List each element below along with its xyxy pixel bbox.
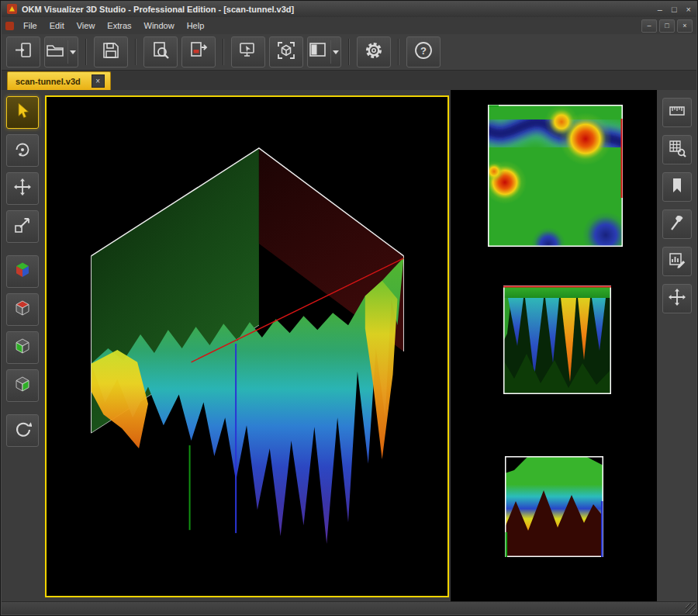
menu-view[interactable]: View (71, 19, 102, 33)
pdf-export-icon (188, 40, 209, 64)
title-bar[interactable]: OKM Visualizer 3D Studio - Professional … (1, 1, 697, 17)
svg-text:?: ? (420, 45, 427, 57)
front-profile-view[interactable] (505, 456, 603, 557)
window-layout-button[interactable] (307, 36, 341, 67)
resize-icon (13, 216, 32, 237)
tab-close-button[interactable]: × (92, 74, 105, 88)
mdi-close-button[interactable]: × (677, 19, 693, 33)
side-view-front-button[interactable] (6, 369, 39, 402)
pan-tool-button[interactable] (6, 172, 39, 205)
save-file-button[interactable] (94, 36, 128, 67)
menu-bar: File Edit View Extras Window Help – □ × (1, 17, 697, 35)
side-view-left-button[interactable] (6, 331, 39, 364)
top-view-button[interactable] (6, 293, 39, 326)
tab-scan-tunnel[interactable]: scan-tunnel.v3d × (7, 71, 111, 90)
orbit-rotate-icon (13, 140, 32, 161)
right-tool-panel (657, 90, 697, 602)
view-3d-button[interactable] (269, 36, 303, 67)
left-tool-panel (1, 90, 44, 602)
colored-cube-view-button[interactable] (6, 255, 39, 288)
scale-tool-button[interactable] (6, 210, 39, 243)
bookmark-button[interactable] (662, 172, 692, 202)
axe-icon (668, 213, 686, 235)
open-file-button[interactable] (44, 36, 78, 67)
mdi-restore-button[interactable]: □ (659, 19, 675, 33)
layout-panels-icon (308, 40, 328, 64)
reset-rotate-icon (13, 420, 32, 441)
open-file-dropdown[interactable] (67, 40, 78, 64)
document-icon (5, 22, 14, 30)
cube-green-front-icon (13, 375, 32, 396)
preview-magnifier-icon (150, 40, 171, 64)
window-layout-dropdown[interactable] (330, 40, 340, 64)
screen-capture-button[interactable] (231, 36, 265, 67)
workspace (1, 90, 697, 602)
app-icon (7, 4, 17, 14)
main-3d-view[interactable] (45, 95, 449, 597)
import-data-button[interactable] (6, 36, 40, 67)
gear-icon (364, 40, 384, 64)
floppy-save-icon (101, 40, 121, 64)
status-bar (1, 601, 697, 615)
mdi-minimize-button[interactable]: – (641, 19, 657, 33)
grid-magnifier-icon (668, 139, 686, 161)
tools-button[interactable] (662, 209, 692, 239)
help-icon: ? (413, 40, 434, 64)
move-arrows-icon (13, 178, 32, 199)
rotate-tool-button[interactable] (6, 134, 39, 167)
main-toolbar: ? (1, 34, 697, 71)
cube-brackets-icon (276, 40, 296, 64)
toolbar-separator (85, 39, 87, 65)
tab-label: scan-tunnel.v3d (16, 77, 81, 86)
chart-pen-icon (668, 251, 686, 272)
resize-grip[interactable] (686, 604, 696, 614)
import-icon (13, 40, 33, 64)
toolbar-separator (348, 39, 350, 65)
toolbar-separator (223, 39, 224, 65)
toolbar-separator (135, 39, 136, 65)
menu-help[interactable]: Help (181, 19, 211, 33)
reset-rotation-button[interactable] (6, 414, 39, 447)
report-edit-button[interactable] (662, 247, 692, 276)
colored-cube-icon (13, 261, 32, 282)
settings-button[interactable] (357, 36, 391, 67)
document-tab-bar: scan-tunnel.v3d × (1, 71, 697, 90)
thumbnail-panel (451, 90, 658, 602)
move-view-button[interactable] (662, 284, 692, 313)
side-profile-view[interactable] (503, 286, 611, 394)
cube-red-top-icon (13, 299, 32, 320)
move-arrows-icon (668, 288, 686, 310)
minimize-button[interactable]: – (658, 5, 662, 14)
close-button[interactable]: × (686, 5, 691, 14)
export-pdf-button[interactable] (181, 36, 216, 67)
folder-open-icon (45, 40, 65, 64)
menu-edit[interactable]: Edit (43, 19, 71, 33)
screenshot-icon (238, 40, 258, 64)
help-button[interactable]: ? (406, 36, 441, 67)
top-view-heatmap[interactable] (488, 105, 623, 247)
maximize-button[interactable]: □ (672, 5, 677, 14)
select-tool-button[interactable] (6, 96, 39, 129)
print-preview-button[interactable] (143, 36, 178, 67)
grid-zoom-button[interactable] (662, 135, 692, 164)
menu-file[interactable]: File (17, 19, 43, 33)
menu-extras[interactable]: Extras (101, 19, 137, 33)
window-title: OKM Visualizer 3D Studio - Professional … (22, 5, 294, 14)
depth-ruler-button[interactable] (662, 98, 692, 127)
bookmark-icon (668, 176, 686, 198)
toolbar-separator (398, 39, 399, 65)
menu-window[interactable]: Window (138, 19, 181, 33)
cursor-icon (13, 102, 32, 123)
cube-green-left-icon (13, 337, 32, 358)
ruler-icon (668, 102, 686, 123)
